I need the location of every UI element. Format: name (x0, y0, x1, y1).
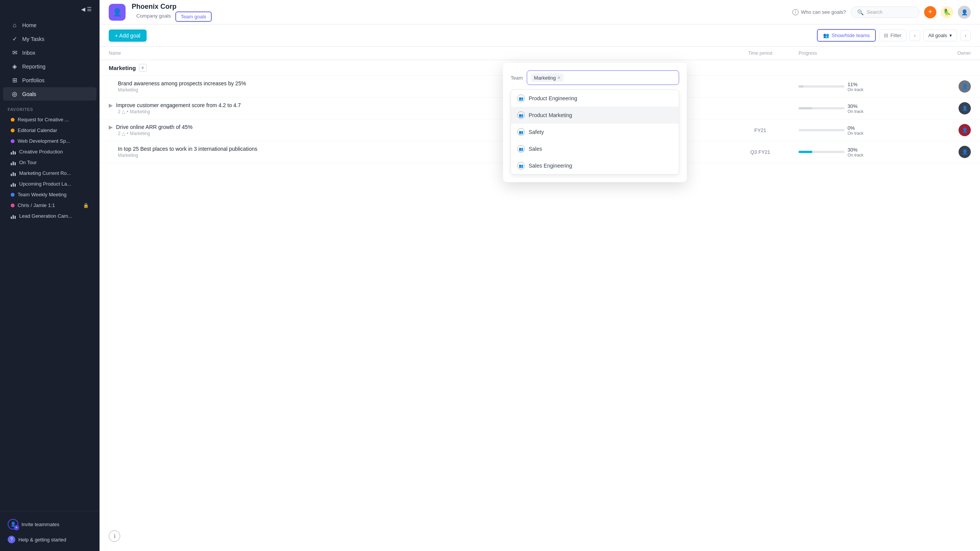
goal-name[interactable]: Brand awareness among prospects increase… (118, 80, 246, 86)
tab-team-goals[interactable]: Team goals (175, 11, 211, 22)
sidebar-fav-lead-generation[interactable]: Lead Generation Cam... (3, 211, 96, 221)
progress-label: On track (848, 87, 864, 92)
owner-avatar[interactable]: 👤 (959, 146, 971, 158)
info-icon: i (792, 9, 799, 15)
goal-owner-cell: 👤 (894, 80, 971, 93)
add-button[interactable]: + (924, 6, 936, 18)
popup-team-label: Team (511, 75, 523, 81)
main-content: 👤 Phoenix Corp Company goals Team goals … (100, 0, 980, 551)
sidebar-item-my-tasks[interactable]: ✓My Tasks (3, 32, 96, 46)
fav-label-upcoming-product: Upcoming Product La... (19, 181, 71, 187)
sidebar-toggle[interactable]: ◀ ☰ (0, 0, 100, 18)
goal-sub-count: 2 △ (118, 131, 125, 136)
next-arrow[interactable]: › (960, 30, 971, 41)
fav-bar-upcoming-product (11, 181, 16, 187)
sidebar-item-goals[interactable]: ◎Goals (3, 87, 96, 101)
sidebar-nav-label-home: Home (22, 22, 36, 28)
sidebar-fav-marketing-current[interactable]: Marketing Current Ro... (3, 168, 96, 178)
team-dropdown-list: 👥 Product Engineering 👥 Product Marketin… (511, 90, 679, 174)
sidebar-item-inbox[interactable]: ✉Inbox (3, 46, 96, 59)
section-add-button[interactable]: + (139, 64, 147, 72)
sidebar-item-portfolios[interactable]: ⊞Portfolios (3, 73, 96, 87)
sidebar-item-reporting[interactable]: ◈Reporting (3, 60, 96, 73)
fav-bar-on-tour (11, 160, 16, 165)
search-bar[interactable]: 🔍 Search (851, 7, 920, 18)
org-name: Phoenix Corp (132, 3, 786, 11)
progress-fill (799, 107, 812, 109)
all-goals-button[interactable]: All goals ▾ (923, 29, 957, 41)
progress-percent: 11% (848, 82, 864, 87)
fav-label-lead-generation: Lead Generation Cam... (19, 213, 72, 219)
sidebar-fav-chris-jamie[interactable]: Chris / Jamie 1:1🔒 (3, 200, 96, 210)
goal-name[interactable]: Improve customer engagement score from 4… (116, 102, 241, 108)
fav-label-editorial-calendar: Editorial Calendar (18, 127, 57, 133)
search-icon: 🔍 (857, 9, 864, 15)
fav-bar-marketing-current (11, 171, 16, 176)
show-hide-teams-button[interactable]: 👥 Show/hide teams (817, 29, 876, 42)
org-tabs: Company goals Team goals (132, 11, 786, 22)
filter-label: Filter (890, 33, 902, 38)
dropdown-item-product-marketing[interactable]: 👥 Product Marketing (511, 107, 679, 124)
filter-button[interactable]: ⊟ Filter (879, 29, 906, 41)
sidebar-nav-label-portfolios: Portfolios (22, 77, 44, 83)
dropdown-item-sales[interactable]: 👥 Sales (511, 140, 679, 157)
team-search-input[interactable] (566, 75, 675, 81)
fav-label-team-weekly: Team Weekly Meeting (18, 192, 67, 197)
sidebar-fav-editorial-calendar[interactable]: Editorial Calendar (3, 125, 96, 135)
goal-period: Q3 FY21 (722, 149, 799, 155)
all-goals-label: All goals (928, 33, 947, 38)
expand-chevron[interactable]: ▶ (109, 124, 113, 130)
inbox-icon: ✉ (11, 49, 18, 56)
goal-name[interactable]: Drive online ARR growth of 45% (116, 124, 193, 130)
content-toolbar: + Add goal 👥 Show/hide teams ⊟ Filter ‹ … (100, 24, 980, 47)
invite-circle-icon: 👤 (8, 519, 18, 530)
progress-percent: 30% (848, 103, 864, 109)
add-goal-button[interactable]: + Add goal (109, 29, 147, 42)
dropdown-item-product-engineering[interactable]: 👥 Product Engineering (511, 90, 679, 107)
sidebar-item-home[interactable]: ⌂Home (3, 19, 96, 32)
info-circle-button[interactable]: ℹ (109, 530, 120, 542)
progress-info: 11% On track (848, 82, 864, 92)
user-avatar[interactable]: 👤 (958, 6, 971, 19)
dropdown-item-sales-engineering[interactable]: 👥 Sales Engineering (511, 157, 679, 174)
progress-bar (799, 107, 844, 109)
team-filter-popup: Team Marketing × 👥 Product Engineering 👥… (503, 63, 687, 182)
sidebar-fav-team-weekly[interactable]: Team Weekly Meeting (3, 189, 96, 200)
expand-chevron[interactable]: ▶ (109, 102, 113, 108)
show-hide-label: Show/hide teams (831, 33, 870, 38)
who-can-see-button[interactable]: i Who can see goals? (792, 9, 846, 15)
goal-progress: 11% On track (799, 82, 894, 92)
org-icon: 👤 (109, 4, 126, 21)
owner-avatar[interactable]: 👤 (959, 102, 971, 114)
sidebar-fav-upcoming-product[interactable]: Upcoming Product La... (3, 179, 96, 189)
progress-percent: 30% (848, 147, 864, 153)
team-icon-safety: 👥 (517, 128, 525, 136)
home-icon: ⌂ (11, 22, 18, 29)
progress-label: On track (848, 153, 864, 157)
owner-avatar[interactable]: 👤 (959, 80, 971, 93)
dropdown-item-safety[interactable]: 👥 Safety (511, 124, 679, 140)
fav-dot-editorial-calendar (11, 129, 15, 132)
help-button[interactable]: ? Help & getting started (3, 533, 96, 546)
fav-label-marketing-current: Marketing Current Ro... (19, 170, 71, 176)
sidebar-fav-web-development[interactable]: Web Development Sp... (3, 136, 96, 146)
portfolios-icon: ⊞ (11, 77, 18, 84)
team-icon-pm: 👥 (517, 111, 525, 119)
owner-avatar[interactable]: 👤 (959, 124, 971, 136)
progress-label: On track (848, 131, 864, 135)
fav-label-chris-jamie: Chris / Jamie 1:1 (18, 202, 55, 208)
prev-arrow[interactable]: ‹ (910, 30, 920, 41)
sidebar-fav-request-creative[interactable]: Request for Creative ... (3, 114, 96, 125)
tab-company-goals[interactable]: Company goals (132, 11, 175, 22)
col-period: Time period (722, 51, 799, 56)
section-label: Marketing (109, 65, 136, 71)
sidebar-fav-on-tour[interactable]: On Tour (3, 157, 96, 168)
bird-icon[interactable]: 🦜 (941, 6, 953, 18)
goals-icon: ◎ (11, 90, 18, 98)
team-chips-container[interactable]: Marketing × (527, 70, 679, 85)
goal-name[interactable]: In top 25 Best places to work in 3 inter… (118, 146, 257, 152)
toggle-icon: ◀ ☰ (81, 6, 92, 12)
invite-teammates-button[interactable]: 👤 Invite teammates (3, 516, 96, 533)
chip-remove-button[interactable]: × (557, 75, 560, 81)
sidebar-fav-creative-production[interactable]: Creative Production (3, 147, 96, 157)
